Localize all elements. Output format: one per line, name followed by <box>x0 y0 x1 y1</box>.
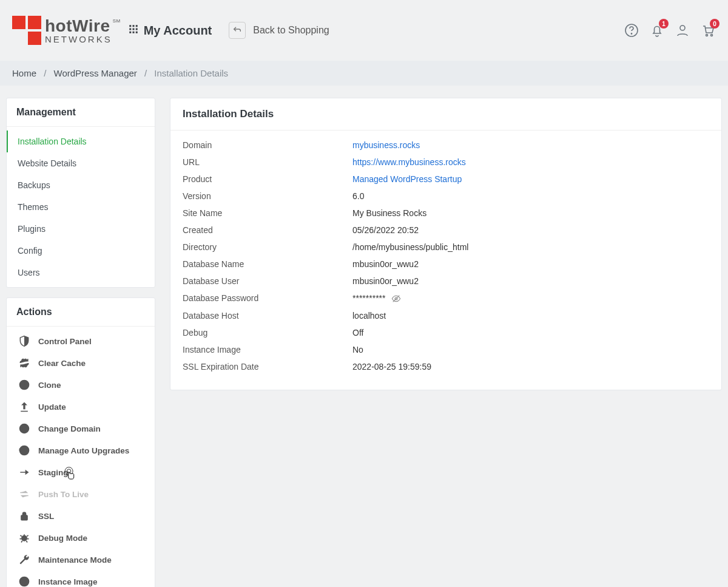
disc-icon <box>18 575 31 587</box>
user-icon[interactable] <box>675 22 690 38</box>
sidebar-item-install-details[interactable]: Installation Details <box>7 131 155 152</box>
svg-point-19 <box>22 536 27 541</box>
svg-rect-1 <box>132 25 134 27</box>
help-icon[interactable] <box>624 22 639 38</box>
sidebar-item-config[interactable]: Config <box>7 240 155 262</box>
label-dbname: Database Name <box>183 259 352 269</box>
history-icon <box>18 444 31 456</box>
my-account-link[interactable]: My Account <box>128 24 212 38</box>
svg-rect-7 <box>132 31 134 33</box>
crumb-wp-manager[interactable]: WordPress Manager <box>54 68 137 78</box>
label-dbpass: Database Password <box>183 293 352 304</box>
eye-off-icon[interactable] <box>391 294 401 304</box>
action-maintenance-mode[interactable]: Maintenance Mode <box>9 549 152 571</box>
svg-rect-8 <box>135 31 137 33</box>
sidebar-item-backups[interactable]: Backups <box>7 174 155 196</box>
label-version: Version <box>183 191 352 201</box>
lock-icon <box>18 510 31 522</box>
svg-point-21 <box>23 580 25 582</box>
value-sslexp: 2022-08-25 19:59:59 <box>352 362 431 372</box>
logo[interactable]: hotWireSM NETWORKS <box>12 16 112 45</box>
return-icon <box>229 22 246 39</box>
label-domain: Domain <box>183 140 352 150</box>
label-sslexp: SSL Expiration Date <box>183 362 352 372</box>
action-ssl[interactable]: SSL <box>9 505 152 527</box>
value-directory: /home/mybusiness/public_html <box>352 242 468 252</box>
arrow-right-icon <box>18 466 31 478</box>
svg-rect-0 <box>129 25 131 27</box>
value-debug: Off <box>352 328 363 338</box>
value-version: 6.0 <box>352 191 364 201</box>
topbar: hotWireSM NETWORKS My Account Back to Sh… <box>0 0 728 61</box>
management-title: Management <box>7 98 155 127</box>
svg-point-12 <box>706 35 708 36</box>
label-instimg: Instance Image <box>183 345 352 355</box>
logo-tiles-icon <box>12 16 41 45</box>
value-instimg: No <box>352 345 363 355</box>
svg-rect-2 <box>135 25 137 27</box>
label-created: Created <box>183 225 352 235</box>
swap-icon <box>18 488 31 500</box>
label-directory: Directory <box>183 242 352 252</box>
wrench-icon <box>18 554 31 566</box>
action-manage-auto-upgrades[interactable]: Manage Auto Upgrades <box>9 439 152 461</box>
cart-icon[interactable]: 0 <box>700 22 716 38</box>
notif-badge: 1 <box>659 19 669 29</box>
bell-icon[interactable]: 1 <box>649 22 665 38</box>
svg-point-11 <box>680 25 685 30</box>
clone-icon <box>18 379 31 391</box>
value-dbuser: mbusin0or_wwu2 <box>352 276 419 286</box>
label-product: Product <box>183 174 352 184</box>
sidebar-item-users[interactable]: Users <box>7 262 155 283</box>
globe-icon <box>18 422 31 435</box>
crumb-home[interactable]: Home <box>12 68 36 78</box>
upload-icon <box>18 401 31 413</box>
value-domain[interactable]: mybusiness.rocks <box>352 140 420 150</box>
grid-icon <box>128 24 139 38</box>
bug-icon <box>18 532 31 544</box>
sidebar-item-website-details[interactable]: Website Details <box>7 152 155 174</box>
svg-rect-3 <box>129 28 131 30</box>
svg-rect-18 <box>21 515 27 520</box>
action-clear-cache[interactable]: Clear Cache <box>9 352 152 374</box>
label-dbuser: Database User <box>183 276 352 286</box>
action-instance-image[interactable]: Instance Image <box>9 571 152 587</box>
management-panel: Management Installation Details Website … <box>6 98 155 288</box>
sidebar-item-themes[interactable]: Themes <box>7 196 155 218</box>
svg-point-23 <box>26 580 27 581</box>
action-update[interactable]: Update <box>9 396 152 418</box>
action-debug-mode[interactable]: Debug Mode <box>9 527 152 549</box>
label-sitename: Site Name <box>183 208 352 218</box>
cart-badge: 0 <box>710 19 720 29</box>
breadcrumb: Home / WordPress Manager / Installation … <box>0 61 728 86</box>
value-sitename: My Business Rocks <box>352 208 426 218</box>
topbar-icons: 1 0 <box>624 22 716 38</box>
logo-text: hotWireSM NETWORKS <box>45 18 112 44</box>
value-dbname: mbusin0or_wwu2 <box>352 259 419 269</box>
sidebar-item-plugins[interactable]: Plugins <box>7 218 155 240</box>
svg-rect-4 <box>132 28 134 30</box>
action-staging[interactable]: Staging <box>9 461 152 483</box>
actions-panel: Actions Control Panel Clear Cache Clone … <box>6 297 155 587</box>
value-product[interactable]: Managed WordPress Startup <box>352 174 462 184</box>
label-debug: Debug <box>183 328 352 338</box>
crumb-current: Installation Details <box>154 68 228 78</box>
shield-icon <box>18 335 31 347</box>
svg-point-22 <box>21 580 22 581</box>
details-title: Installation Details <box>170 98 721 131</box>
back-to-shopping[interactable]: Back to Shopping <box>229 22 329 39</box>
svg-point-24 <box>24 584 25 585</box>
svg-rect-5 <box>135 28 137 30</box>
refresh-icon <box>18 357 31 369</box>
back-label: Back to Shopping <box>253 25 329 36</box>
value-url[interactable]: https://www.mybusiness.rocks <box>352 157 466 167</box>
label-url: URL <box>183 157 352 167</box>
svg-point-10 <box>631 33 632 34</box>
value-dbhost: localhost <box>352 311 386 321</box>
value-dbpass: ********** <box>352 293 401 304</box>
value-created: 05/26/2022 20:52 <box>352 225 419 235</box>
svg-point-13 <box>711 35 713 36</box>
action-clone[interactable]: Clone <box>9 374 152 396</box>
action-control-panel[interactable]: Control Panel <box>9 330 152 352</box>
action-change-domain[interactable]: Change Domain <box>9 418 152 439</box>
